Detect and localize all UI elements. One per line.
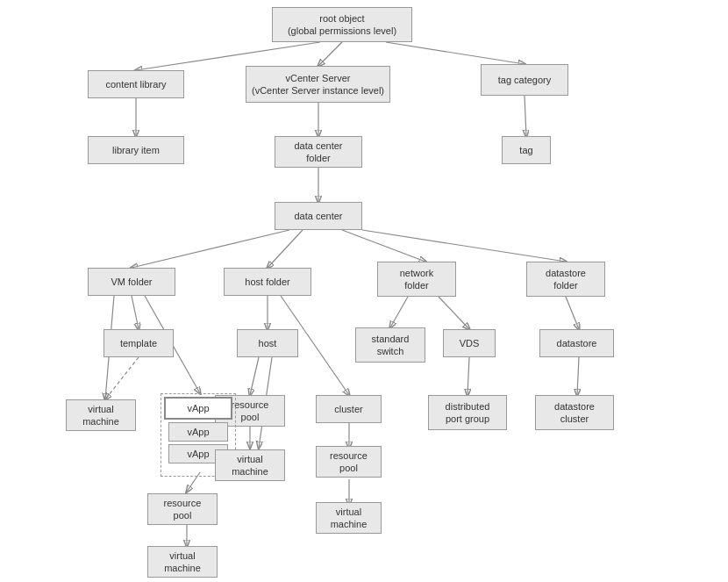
svg-line-14: [105, 357, 139, 399]
node-standard-switch: standardswitch: [355, 327, 425, 363]
svg-line-9: [342, 230, 425, 262]
node-vm-folder: VM folder: [88, 268, 175, 296]
svg-line-2: [386, 42, 525, 64]
node-content-library: content library: [88, 70, 184, 98]
node-datacenter-folder: data centerfolder: [275, 136, 362, 168]
node-resource-pool-vapp: resourcepool: [147, 493, 218, 525]
node-tag: tag: [502, 136, 551, 164]
node-vapp-2: vApp: [168, 422, 228, 442]
svg-line-24: [467, 357, 469, 395]
node-virtual-machine-1: virtualmachine: [66, 399, 136, 431]
node-cluster: cluster: [316, 395, 382, 423]
node-vapp-inner: vApp: [164, 397, 232, 420]
svg-line-16: [250, 357, 259, 395]
node-template: template: [103, 329, 174, 357]
svg-line-22: [390, 297, 408, 327]
node-library-item: library item: [88, 136, 184, 164]
node-virtual-machine-4: virtualmachine: [147, 546, 218, 578]
node-network-folder: networkfolder: [377, 262, 456, 297]
svg-line-25: [566, 297, 579, 329]
node-host: host: [237, 329, 298, 357]
node-datastore: datastore: [539, 329, 614, 357]
node-host-folder: host folder: [224, 268, 311, 296]
node-vcenter: vCenter Server(vCenter Server instance l…: [246, 66, 390, 103]
node-tag-category: tag category: [481, 64, 568, 96]
svg-line-7: [132, 230, 289, 268]
node-vds: VDS: [443, 329, 496, 357]
node-datastore-cluster: datastorecluster: [535, 395, 614, 430]
diagram-container: root object(global permissions level) co…: [0, 0, 728, 582]
node-virtual-machine-2: virtualmachine: [215, 449, 285, 481]
svg-line-11: [132, 296, 139, 329]
node-virtual-machine-3: virtualmachine: [316, 502, 382, 534]
node-root: root object(global permissions level): [272, 7, 412, 42]
node-resource-pool-2: resourcepool: [316, 446, 382, 478]
svg-line-10: [362, 230, 566, 262]
svg-line-8: [268, 230, 303, 268]
node-datastore-folder: datastorefolder: [526, 262, 605, 297]
svg-line-5: [525, 96, 526, 136]
node-datacenter: data center: [275, 202, 362, 230]
node-distributed-port-group: distributedport group: [428, 395, 507, 430]
svg-line-1: [318, 42, 342, 66]
svg-line-26: [577, 357, 579, 395]
svg-line-23: [439, 297, 469, 329]
